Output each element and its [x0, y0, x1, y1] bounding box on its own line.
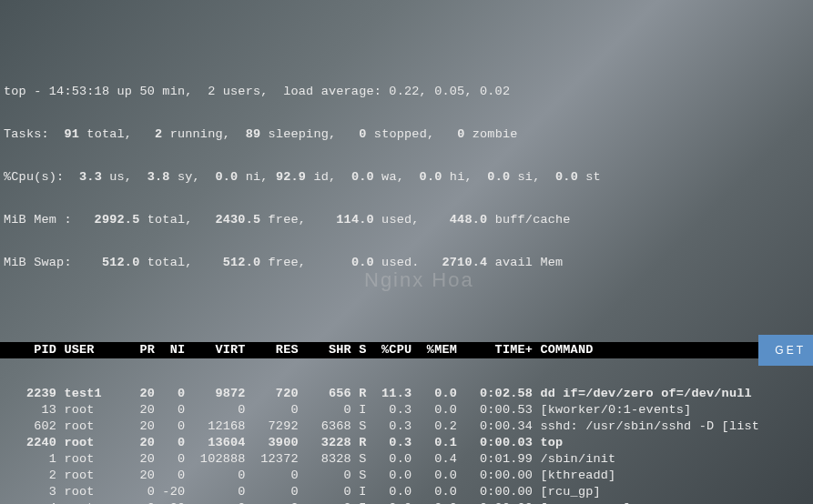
process-row[interactable]: 2 root 20 0 0 0 0 S 0.0 0.0 0:00.00 [kth… — [4, 468, 809, 484]
process-table-header[interactable]: PID USER PR NI VIRT RES SHR S %CPU %MEM … — [0, 342, 813, 358]
process-row[interactable]: 3 root 0 -20 0 0 0 I 0.0 0.0 0:00.00 [rc… — [4, 484, 809, 500]
background-watermark: Nginx Hoa — [364, 268, 474, 292]
mem-line: MiB Mem : 2992.5 total, 2430.5 free, 114… — [4, 212, 809, 227]
process-row[interactable]: 4 root 0 -20 0 0 0 I 0.0 0.0 0:00.00 [rc… — [4, 500, 809, 504]
process-row[interactable]: 2239 test1 20 0 9872 720 656 R 11.3 0.0 … — [4, 386, 809, 402]
process-row[interactable]: 1 root 20 0 102888 12372 8328 S 0.0 0.4 … — [4, 451, 809, 468]
process-list: 2239 test1 20 0 9872 720 656 R 11.3 0.0 … — [4, 386, 809, 504]
cpu-line: %Cpu(s): 3.3 us, 3.8 sy, 0.0 ni, 92.9 id… — [4, 169, 809, 185]
uptime-line: top - 14:53:18 up 50 min, 2 users, load … — [4, 84, 809, 99]
blank-line — [4, 297, 809, 313]
get-button[interactable]: GET — [758, 335, 813, 366]
process-row[interactable]: 2240 root 20 0 13604 3900 3228 R 0.3 0.1… — [4, 435, 809, 451]
tasks-line: Tasks: 91 total, 2 running, 89 sleeping,… — [4, 126, 809, 142]
process-row[interactable]: 602 root 20 0 12168 7292 6368 S 0.3 0.2 … — [4, 418, 809, 435]
process-row[interactable]: 13 root 20 0 0 0 0 I 0.3 0.0 0:00.53 [kw… — [4, 402, 809, 418]
